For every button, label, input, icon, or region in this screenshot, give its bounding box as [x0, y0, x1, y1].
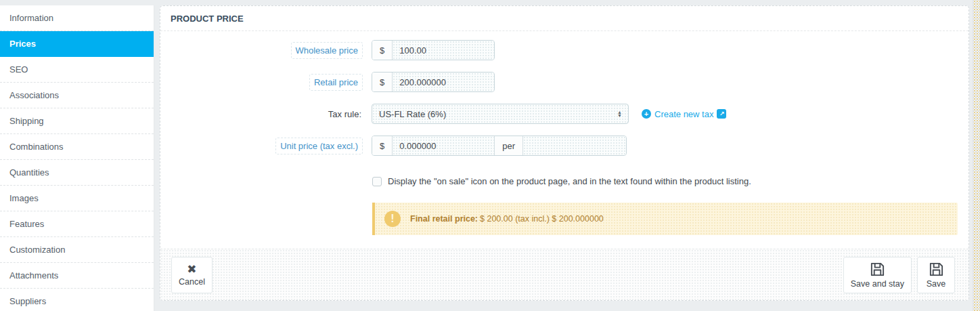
final-price-value: $ 200.00 (tax incl.) $ 200.000000: [480, 214, 604, 224]
final-price-label: Final retail price:: [410, 214, 478, 224]
unit-price-per-input[interactable]: [523, 136, 626, 155]
sidebar-item-suppliers[interactable]: Suppliers: [0, 289, 154, 311]
tax-rule-label: Tax rule:: [328, 109, 363, 119]
select-arrows-icon: ▲▼: [617, 110, 622, 117]
wholesale-price-label: Wholesale price: [291, 42, 363, 59]
currency-addon: $: [372, 136, 393, 155]
cancel-button[interactable]: ✖ Cancel: [171, 257, 213, 293]
sidebar-item-seo[interactable]: SEO: [0, 57, 154, 83]
sidebar-item-combinations[interactable]: Combinations: [0, 134, 154, 160]
price-form: Wholesale price $ Retail price $ Tax rul…: [160, 40, 968, 235]
sidebar-item-quantities[interactable]: Quantities: [0, 160, 154, 186]
sidebar-item-shipping[interactable]: Shipping: [0, 108, 154, 134]
save-button-label: Save: [927, 279, 946, 289]
wholesale-price-row: Wholesale price $: [160, 40, 963, 60]
tax-rule-select[interactable]: US-FL Rate (6%) ▲▼: [372, 104, 629, 124]
sidebar-item-prices[interactable]: Prices: [0, 31, 154, 57]
tax-rule-selected-value: US-FL Rate (6%): [379, 109, 446, 119]
sidebar-item-attachments[interactable]: Attachments: [0, 263, 154, 289]
product-price-panel: PRODUCT PRICE Wholesale price $ Retail p…: [160, 5, 969, 301]
close-icon: ✖: [187, 264, 196, 275]
sidebar-item-associations[interactable]: Associations: [0, 83, 154, 108]
currency-addon: $: [372, 41, 393, 60]
wholesale-price-group: $: [372, 40, 495, 60]
save-button[interactable]: Save: [917, 257, 955, 293]
create-new-tax-label: Create new tax: [654, 109, 713, 119]
tax-rule-row: Tax rule: US-FL Rate (6%) ▲▼ + Create ne…: [160, 104, 963, 124]
unit-price-label: Unit price (tax excl.): [275, 138, 363, 154]
wholesale-price-input[interactable]: [393, 41, 494, 60]
product-tabs-sidebar: Information Prices SEO Associations Ship…: [0, 5, 154, 311]
retail-price-group: $: [372, 72, 495, 92]
retail-price-input[interactable]: [393, 72, 494, 91]
on-sale-label: Display the "on sale" icon on the produc…: [388, 176, 751, 186]
currency-addon: $: [372, 72, 393, 91]
warning-icon: !: [384, 211, 401, 227]
sidebar-item-images[interactable]: Images: [0, 186, 154, 211]
unit-price-group: $ per: [372, 136, 627, 156]
panel-footer: ✖ Cancel Save and stay: [160, 249, 968, 300]
floppy-save-icon: [929, 262, 944, 277]
retail-price-row: Retail price $: [160, 72, 963, 92]
retail-price-label: Retail price: [309, 74, 363, 91]
sidebar-item-customization[interactable]: Customization: [0, 237, 154, 263]
external-link-icon: ↗: [717, 109, 726, 119]
sidebar-item-features[interactable]: Features: [0, 211, 154, 237]
unit-price-row: Unit price (tax excl.) $ per: [160, 136, 963, 156]
cancel-button-label: Cancel: [179, 277, 205, 287]
per-addon: per: [494, 136, 523, 155]
final-price-alert: ! Final retail price:$ 200.00 (tax incl.…: [372, 203, 958, 235]
floppy-save-icon: [870, 262, 885, 277]
plus-circle-icon: +: [642, 109, 651, 119]
panel-title: PRODUCT PRICE: [160, 6, 968, 31]
unit-price-input[interactable]: [393, 136, 494, 155]
save-and-stay-label: Save and stay: [851, 279, 904, 289]
on-sale-row: Display the "on sale" icon on the produc…: [160, 176, 963, 186]
page-edge-texture: [973, 0, 980, 311]
create-new-tax-link[interactable]: + Create new tax ↗: [642, 109, 726, 119]
sidebar-item-information[interactable]: Information: [0, 5, 154, 31]
on-sale-checkbox[interactable]: [372, 177, 382, 186]
save-and-stay-button[interactable]: Save and stay: [843, 257, 912, 293]
